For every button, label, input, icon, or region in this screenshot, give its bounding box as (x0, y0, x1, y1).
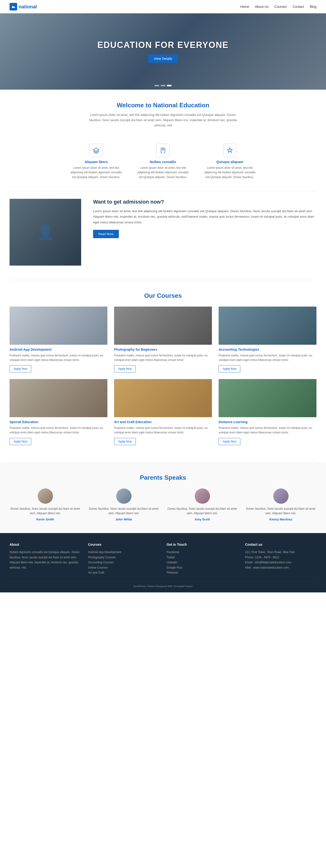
footer-courses: Courses Android App DevelopmentPhotograp… (88, 542, 159, 576)
divider-3 (9, 459, 317, 460)
logo-icon (9, 3, 17, 10)
footer-contact: Contact us 312, First Tower, Town Road, … (245, 542, 317, 576)
parent-text-2: Donec faucibus. Nunc iaculis suscipit du… (167, 506, 238, 516)
footer-social-link-1[interactable]: Twitter (167, 555, 238, 560)
hero-dot-3[interactable] (167, 85, 171, 86)
read-more-button[interactable]: Read More (93, 230, 119, 238)
feature-2-title: Nullam convallis (137, 160, 189, 164)
course-img-2 (219, 307, 317, 345)
hero-dot-1[interactable] (155, 85, 159, 86)
feature-2-icon (156, 144, 170, 157)
footer-social-link-3[interactable]: Google Plus (167, 565, 238, 570)
hero-section: EDUCATION FOR EVERYONE View Details (0, 13, 326, 90)
course-title-4: Art and Craft Education (114, 420, 212, 424)
parent-name-0: Kevin Smith (9, 518, 81, 521)
course-desc-5: Praesent mattis, massa quis luctus ferme… (219, 426, 317, 435)
course-title-0: Android App Development (9, 348, 107, 351)
footer-course-link-1[interactable]: Photography Courses (88, 555, 159, 560)
admission-section: 👤 Want to get admission now? Lorem ipsum… (0, 194, 326, 278)
apply-button-4[interactable]: Apply Now (114, 438, 136, 445)
course-desc-3: Praesent mattis, massa quis luctus ferme… (9, 426, 107, 435)
parent-avatar-2 (195, 489, 210, 504)
apply-button-1[interactable]: Apply Now (114, 365, 136, 372)
parent-name-1: John White (88, 518, 159, 521)
footer-social: Get in Touch FacebookTwitterLinkedInGoog… (167, 542, 238, 576)
footer-contact-email: Email : info@Nationaleducation.com (245, 560, 317, 565)
navbar: national Home About Us Courses Contact B… (0, 0, 326, 13)
course-img-5 (219, 379, 317, 417)
hero-dots (155, 85, 171, 86)
course-card-2: Accounting Technologies Praesent mattis,… (219, 307, 317, 372)
apply-button-0[interactable]: Apply Now (9, 365, 31, 372)
course-card-3: Special Education Praesent mattis, massa… (9, 379, 107, 445)
logo[interactable]: national (9, 3, 37, 10)
footer-courses-title: Courses (88, 542, 159, 547)
footer-social-link-2[interactable]: LinkedIn (167, 560, 238, 565)
parent-avatar-1 (116, 489, 132, 504)
footer-course-link-3[interactable]: Online Courses (88, 565, 159, 570)
footer-course-link-2[interactable]: Accounting Courses (88, 560, 159, 565)
course-img-4 (114, 379, 212, 417)
footer: About Nullam dignissim convallis est.Qui… (0, 533, 326, 592)
feature-3-icon (223, 144, 237, 157)
hero-title: EDUCATION FOR EVERYONE (98, 40, 228, 50)
courses-grid: Android App Development Praesent mattis,… (9, 307, 317, 445)
feature-3-desc: Lorem ipsum dolor sit amet, test link ad… (203, 166, 256, 180)
footer-about: About Nullam dignissim convallis est.Qui… (9, 542, 81, 576)
nav-blog[interactable]: Blog (310, 5, 317, 8)
footer-social-link-4[interactable]: Pinterest (167, 570, 238, 576)
footer-bottom: WordPress Theme Designed With TemplateTo… (9, 581, 317, 588)
hero-dot-2[interactable] (161, 85, 165, 86)
course-img-3 (9, 379, 107, 417)
welcome-description: Lorem ipsum dolor sit amet, test link ad… (87, 112, 239, 128)
feature-1: Aliquam libero Lorem ipsum dolor sit ame… (70, 144, 123, 180)
footer-social-link-0[interactable]: Facebook (167, 550, 238, 555)
parent-card-3: Donec faucibus. Nunc iaculis suscipit du… (245, 489, 317, 521)
nav-home[interactable]: Home (240, 5, 249, 8)
parent-text-1: Donec faucibus. Nunc iaculis suscipit du… (88, 506, 159, 516)
footer-contact-phone: Phone: 1234 - 5678 - 9012 (245, 555, 317, 560)
view-details-button[interactable]: View Details (148, 54, 178, 63)
apply-button-2[interactable]: Apply Now (219, 365, 240, 372)
parent-avatar-0 (38, 489, 53, 504)
course-title-3: Special Education (9, 420, 107, 424)
parents-section: Parents Speaks Donec faucibus. Nunc iacu… (0, 462, 326, 533)
course-desc-0: Praesent mattis, massa quis luctus ferme… (9, 353, 107, 362)
feature-1-desc: Lorem ipsum dolor sit amet, test link ad… (70, 166, 123, 180)
footer-about-text: Nullam dignissim convallis est.Quisque a… (9, 550, 81, 570)
course-desc-2: Praesent mattis, massa quis luctus ferme… (219, 353, 317, 362)
footer-course-links: Android App DevelopmentPhotography Cours… (88, 550, 159, 576)
course-title-1: Photography for Beginners (114, 348, 212, 351)
footer-social-links: FacebookTwitterLinkedInGoogle PlusPinter… (167, 550, 238, 576)
feature-3-title: Quisque aliquam (203, 160, 256, 164)
nav-contact[interactable]: Contact (293, 5, 304, 8)
parent-text-0: Donec faucibus. Nunc iaculis suscipit du… (9, 506, 81, 516)
course-title-5: Distance Learning (219, 420, 317, 424)
footer-course-link-4[interactable]: Art and Craft (88, 570, 159, 576)
admission-description: Lorem ipsum dolor sit amet, test link ad… (93, 208, 317, 225)
course-img-1 (114, 307, 212, 345)
courses-section: Our Courses Android App Development Prae… (0, 282, 326, 457)
admission-image-inner: 👤 (9, 199, 81, 266)
admission-image: 👤 (9, 199, 81, 266)
parents-title: Parents Speaks (9, 474, 317, 481)
footer-course-link-0[interactable]: Android App Development (88, 550, 159, 555)
parent-card-2: Donec faucibus. Nunc iaculis suscipit du… (167, 489, 238, 521)
admission-title: Want to get admission now? (93, 199, 317, 205)
parent-card-1: Donec faucibus. Nunc iaculis suscipit du… (88, 489, 159, 521)
nav-courses[interactable]: Courses (274, 5, 287, 8)
footer-about-title: About (9, 542, 81, 547)
apply-button-5[interactable]: Apply Now (219, 438, 240, 445)
features-section: Aliquam libero Lorem ipsum dolor sit ame… (0, 144, 326, 189)
nav-about[interactable]: About Us (255, 5, 269, 8)
feature-1-icon (89, 144, 103, 157)
footer-contact-address: 312, First Tower, Town Road, New York (245, 550, 317, 555)
footer-bottom-text: WordPress Theme Designed With TemplateTo… (133, 585, 193, 588)
feature-2-desc: Lorem ipsum dolor sit amet, test link ad… (137, 166, 189, 180)
footer-contact-title: Contact us (245, 542, 317, 547)
footer-grid: About Nullam dignissim convallis est.Qui… (9, 542, 317, 576)
feature-1-title: Aliquam libero (70, 160, 123, 164)
apply-button-3[interactable]: Apply Now (9, 438, 31, 445)
divider-1 (9, 191, 317, 192)
courses-title: Our Courses (9, 292, 317, 300)
